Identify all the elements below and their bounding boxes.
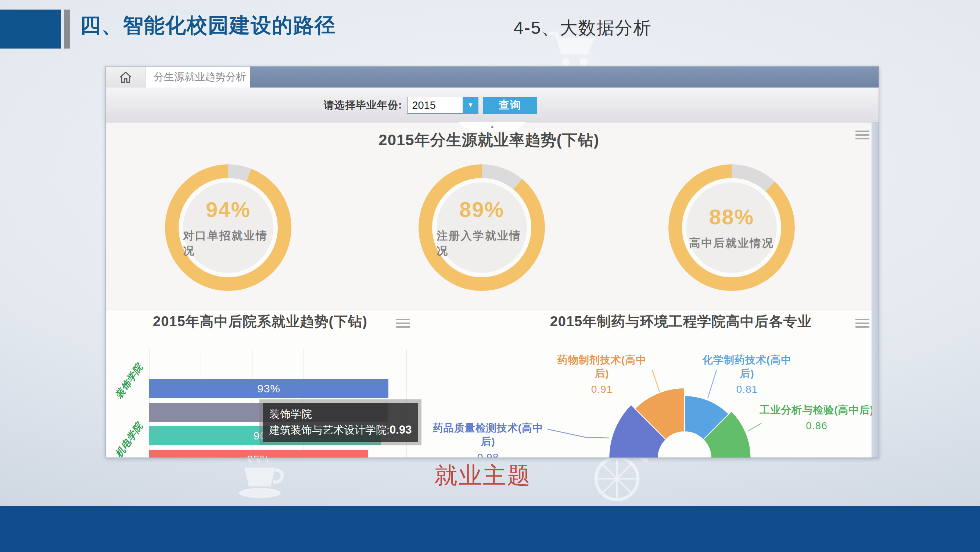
tab-bar-filler bbox=[250, 67, 878, 88]
gauge-zhuceruxue: 89% 注册入学就业情况 bbox=[418, 164, 545, 291]
gauge-value: 89% bbox=[459, 197, 504, 222]
gauge-label: 注册入学就业情况 bbox=[436, 228, 527, 258]
year-select[interactable]: 2015 ▼ bbox=[407, 97, 479, 114]
bar-tooltip: 装饰学院 建筑装饰与艺术设计学院:0.93 bbox=[259, 399, 422, 445]
gauge-value: 94% bbox=[206, 197, 251, 222]
coffee-cup-watermark-icon bbox=[234, 451, 292, 505]
gauge-ring: 89% 注册入学就业情况 bbox=[418, 164, 545, 291]
query-button[interactable]: 查询 bbox=[483, 97, 537, 114]
gauge-chart-title: 2015年分生源就业率趋势(下钻) bbox=[106, 130, 872, 150]
gauge-duikoudanzhao: 94% 对口单招就业情况 bbox=[165, 164, 291, 291]
home-icon bbox=[119, 71, 132, 83]
dashboard-screenshot: 分生源就业趋势分析 请选择毕业年份: 2015 ▼ 查询 ▲ 2015年分生源就… bbox=[105, 66, 879, 458]
year-filter-label: 请选择毕业年份: bbox=[324, 98, 402, 112]
gauge-ring: 88% 高中后就业情况 bbox=[668, 164, 795, 291]
collapse-panel-handle[interactable]: ▲ bbox=[458, 122, 526, 131]
gauge-gaozhonghou: 88% 高中后就业情况 bbox=[668, 164, 795, 291]
pie-label-yaowuzhiji: 药物制剂技术(高中后) 0.91 bbox=[552, 353, 652, 396]
bar-zhuangshi[interactable]: 93% bbox=[149, 379, 388, 398]
pie-label-huaxuezhiyao: 化学制药技术(高中后) 0.81 bbox=[697, 353, 797, 396]
gauge-label: 对口单招就业情况 bbox=[183, 228, 274, 258]
pie-label-yaopinzhiliang: 药品质量检测技术(高中后) 0.98 bbox=[429, 421, 547, 458]
header-accent-block bbox=[0, 10, 61, 49]
chart-menu-icon[interactable] bbox=[396, 319, 410, 328]
chart-menu-icon[interactable] bbox=[856, 319, 869, 328]
subsection-title: 4-5、大数据分析 bbox=[514, 16, 652, 40]
tooltip-value: 0.93 bbox=[390, 423, 412, 436]
header-accent-bar bbox=[64, 10, 70, 49]
bar-fourth[interactable]: 85% bbox=[149, 450, 368, 458]
footer-bar: 常州工程职业技术学院 CHANGZHOU VOCATIONAL INSTITUT… bbox=[0, 506, 980, 552]
filter-toolbar: 请选择毕业年份: 2015 ▼ 查询 bbox=[106, 88, 878, 123]
year-select-value: 2015 bbox=[407, 97, 463, 113]
tab-label: 分生源就业趋势分析 bbox=[154, 71, 246, 82]
tooltip-category: 装饰学院 bbox=[269, 406, 412, 422]
tab-bar: 分生源就业趋势分析 bbox=[106, 67, 878, 88]
home-button[interactable] bbox=[106, 67, 145, 88]
gauge-label: 高中后就业情况 bbox=[689, 236, 774, 251]
section-title: 四、智能化校园建设的路径 bbox=[80, 12, 336, 40]
vertical-scrollbar[interactable] bbox=[872, 123, 878, 458]
chevron-up-icon: ▲ bbox=[490, 124, 495, 129]
slide-background: 四、智能化校园建设的路径 4-5、大数据分析 分生源就业趋势分析 bbox=[0, 0, 980, 552]
chart-menu-icon[interactable] bbox=[856, 131, 869, 139]
bar-chart-title: 2015年高中后院系就业趋势(下钻) bbox=[121, 312, 400, 331]
tooltip-series-line: 建筑装饰与艺术设计学院:0.93 bbox=[269, 422, 412, 438]
fan-racket-watermark-icon bbox=[585, 451, 651, 510]
tab-employment-source-trend[interactable]: 分生源就业趋势分析 bbox=[145, 67, 250, 88]
chevron-down-icon[interactable]: ▼ bbox=[463, 97, 478, 113]
pie-label-gongyefenxi: 工业分析与检验(高中后) 0.86 bbox=[753, 404, 879, 433]
slide-caption: 就业主题 bbox=[434, 460, 531, 491]
gauge-ring: 94% 对口单招就业情况 bbox=[165, 164, 291, 291]
gauge-value: 88% bbox=[709, 204, 754, 229]
rose-chart-title: 2015年制药与环境工程学院高中后各专业 bbox=[541, 312, 821, 331]
